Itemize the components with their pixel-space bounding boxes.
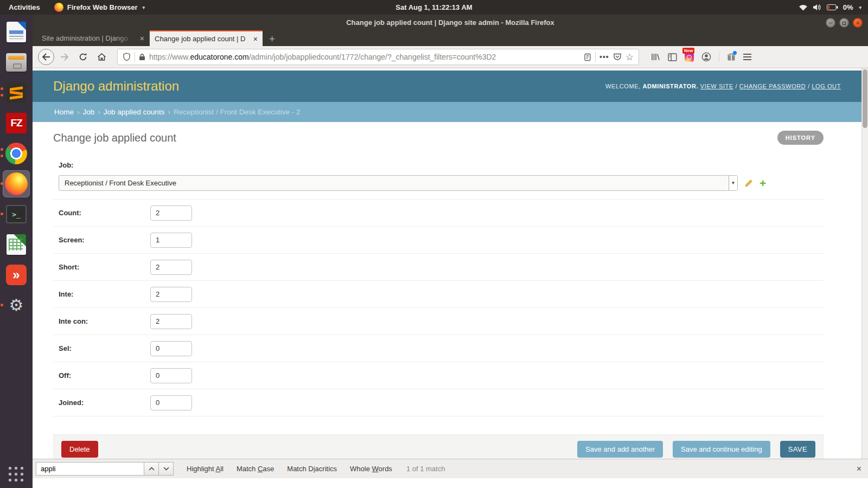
ubuntu-top-bar: Activities Firefox Web Browser ▾ Sat Aug… bbox=[0, 0, 868, 15]
find-input[interactable] bbox=[36, 462, 144, 476]
menu-hamburger-icon[interactable] bbox=[743, 54, 751, 60]
bookmark-star-icon[interactable]: ☆ bbox=[626, 53, 634, 62]
dock-item-libreoffice-calc[interactable] bbox=[3, 231, 30, 258]
screen-input[interactable] bbox=[150, 233, 192, 248]
save-and-add-another-button[interactable]: Save and add another bbox=[577, 441, 663, 458]
reader-mode-icon[interactable] bbox=[584, 53, 591, 61]
find-next-button[interactable] bbox=[159, 462, 174, 476]
dock-item-sublime-text[interactable] bbox=[3, 79, 30, 106]
pocket-icon[interactable] bbox=[613, 53, 622, 61]
django-header: Django administration WELCOME, ADMINISTR… bbox=[33, 70, 861, 102]
count-input[interactable] bbox=[150, 206, 192, 221]
field-row-joined: Joined: bbox=[53, 389, 824, 416]
lock-icon[interactable] bbox=[139, 53, 145, 61]
shield-icon[interactable] bbox=[123, 53, 131, 61]
whole-words-toggle[interactable]: Whole Words bbox=[350, 465, 392, 473]
url-bar[interactable]: https://www.educatorone.com/admin/job/jo… bbox=[117, 49, 639, 65]
django-brand-link[interactable]: Django administration bbox=[53, 79, 179, 94]
job-select[interactable]: Receptionist / Front Desk Executive ▼ bbox=[59, 175, 738, 191]
dock-item-tweaks[interactable]: ⚙ bbox=[3, 292, 30, 319]
dock-item-firefox[interactable] bbox=[3, 170, 30, 197]
home-button[interactable] bbox=[93, 49, 110, 65]
url-text[interactable]: https://www.educatorone.com/admin/job/jo… bbox=[149, 53, 580, 61]
filezilla-icon: FZ bbox=[6, 113, 27, 133]
field-row-inte-con: Inte con: bbox=[53, 308, 824, 335]
user-tools: WELCOME, ADMINISTRATOR. VIEW SITE / CHAN… bbox=[605, 83, 841, 89]
volume-icon bbox=[813, 4, 822, 11]
new-tab-button[interactable]: + bbox=[263, 31, 282, 46]
breadcrumb-job[interactable]: Job bbox=[83, 108, 95, 116]
maximize-button[interactable] bbox=[839, 18, 849, 28]
breadcrumb-job-applied-counts[interactable]: Job applied counts bbox=[104, 108, 165, 116]
tab-change-job-applied-count[interactable]: Change job applied count | D × bbox=[150, 30, 263, 46]
account-icon[interactable] bbox=[701, 52, 711, 62]
dock-item-terminal[interactable]: >_ bbox=[3, 201, 30, 228]
match-diacritics-toggle[interactable]: Match Diacritics bbox=[287, 465, 337, 473]
job-label: Job: bbox=[59, 161, 824, 169]
page-title: Change job applied count bbox=[53, 132, 176, 144]
match-case-toggle[interactable]: Match Case bbox=[237, 465, 274, 473]
dock-item-remmina[interactable]: » bbox=[3, 261, 30, 288]
joined-input[interactable] bbox=[150, 395, 192, 410]
dock-item-filezilla[interactable]: FZ bbox=[3, 110, 30, 137]
inte-input[interactable] bbox=[150, 287, 192, 302]
add-related-icon[interactable]: + bbox=[760, 177, 766, 189]
highlight-all-toggle[interactable]: Highlight All bbox=[187, 465, 224, 473]
field-row-sel: Sel: bbox=[53, 335, 824, 362]
change-password-link[interactable]: CHANGE PASSWORD bbox=[739, 83, 806, 89]
firefox-window: Change job applied count | Django site a… bbox=[33, 15, 868, 488]
library-icon[interactable] bbox=[651, 53, 660, 61]
change-form: Job: Receptionist / Front Desk Executive… bbox=[53, 156, 824, 459]
clock[interactable]: Sat Aug 1, 11:22:13 AM bbox=[395, 0, 472, 15]
history-button[interactable]: HISTORY bbox=[777, 131, 824, 145]
field-row-off: Off: bbox=[53, 362, 824, 389]
off-input[interactable] bbox=[150, 368, 192, 383]
log-out-link[interactable]: LOG OUT bbox=[812, 83, 841, 89]
wifi-icon bbox=[799, 4, 808, 11]
window-titlebar[interactable]: Change job applied count | Django site a… bbox=[33, 15, 868, 30]
dropdown-arrow-icon[interactable]: ▼ bbox=[729, 176, 737, 190]
find-status: 1 of 1 match bbox=[406, 465, 445, 473]
activities-button[interactable]: Activities bbox=[0, 0, 49, 15]
breadcrumb-home[interactable]: Home bbox=[54, 108, 74, 116]
remmina-icon: » bbox=[6, 265, 27, 285]
save-and-continue-editing-button[interactable]: Save and continue editing bbox=[673, 441, 770, 458]
dock-item-chrome[interactable] bbox=[3, 140, 30, 167]
reload-button[interactable] bbox=[75, 49, 91, 65]
save-button[interactable]: SAVE bbox=[780, 441, 815, 458]
page-actions-icon[interactable]: ••• bbox=[599, 53, 609, 61]
edit-pencil-icon[interactable] bbox=[744, 179, 753, 188]
tweaks-gear-icon: ⚙ bbox=[9, 297, 24, 313]
tab-close-icon[interactable]: × bbox=[140, 34, 144, 43]
firefox-icon bbox=[54, 3, 63, 12]
tab-close-icon[interactable]: × bbox=[253, 35, 258, 43]
short-input[interactable] bbox=[150, 260, 192, 275]
app-menu[interactable]: Firefox Web Browser ▾ bbox=[49, 0, 150, 15]
whats-new-gift-icon[interactable] bbox=[727, 53, 736, 61]
job-select-value: Receptionist / Front Desk Executive bbox=[59, 176, 729, 190]
notification-dot bbox=[733, 51, 737, 55]
scrollbar-thumb[interactable] bbox=[863, 69, 867, 128]
chrome-icon bbox=[5, 143, 27, 164]
sel-input[interactable] bbox=[150, 341, 192, 356]
show-applications-button[interactable] bbox=[8, 466, 24, 483]
sidebar-icon[interactable] bbox=[668, 53, 677, 61]
tab-site-administration[interactable]: Site administration | Django × bbox=[37, 30, 150, 46]
delete-button[interactable]: Delete bbox=[61, 441, 98, 458]
url-domain: educatorone.com bbox=[190, 53, 248, 61]
minimize-button[interactable]: − bbox=[826, 18, 835, 28]
find-close-icon[interactable]: × bbox=[857, 464, 861, 474]
instagram-extension-icon[interactable]: New bbox=[685, 53, 694, 62]
back-button[interactable] bbox=[38, 49, 54, 65]
dock-item-libreoffice-writer[interactable] bbox=[3, 18, 30, 46]
libreoffice-writer-icon bbox=[7, 22, 26, 42]
inte-con-input[interactable] bbox=[150, 314, 192, 329]
field-row-count: Count: bbox=[53, 200, 824, 227]
forward-button[interactable] bbox=[56, 49, 73, 65]
find-previous-button[interactable] bbox=[144, 462, 159, 476]
scrollbar[interactable] bbox=[861, 68, 868, 459]
system-status-area[interactable]: 0% ▾ bbox=[792, 0, 868, 15]
close-button[interactable]: × bbox=[853, 18, 863, 28]
dock-item-file-cabinet[interactable] bbox=[3, 49, 30, 76]
view-site-link[interactable]: VIEW SITE bbox=[700, 83, 733, 89]
